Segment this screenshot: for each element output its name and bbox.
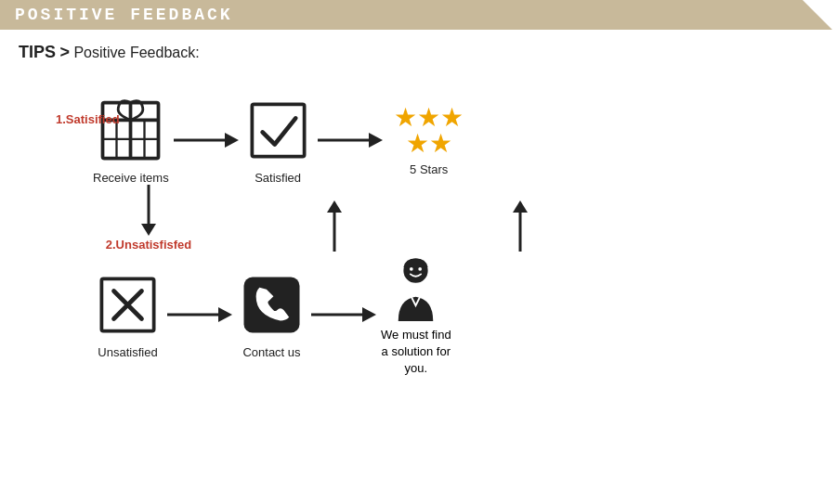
solution-node: We must finda solution foryou. [381, 252, 451, 378]
svg-rect-22 [244, 277, 300, 332]
down-arrow-icon [135, 185, 163, 236]
bottom-row: Unsatisfied Contact us [93, 252, 799, 378]
gift-icon [96, 96, 165, 165]
stars-container: ★ ★ ★ ★ ★ [387, 105, 471, 157]
svg-marker-10 [369, 133, 383, 148]
contact-us-node: Contact us [237, 270, 307, 359]
phone-icon [237, 270, 307, 340]
tips-bold: TIPS [19, 43, 56, 61]
star-1: ★ [394, 105, 417, 131]
right-arrow-icon-2 [318, 126, 383, 154]
person-icon [381, 252, 451, 321]
full-layout: 1.Satisified Recei [0, 68, 836, 387]
star-4: ★ [406, 131, 429, 157]
middle-section: 2.Unsatisfisfed [93, 185, 799, 252]
receive-items-node: Receive items [93, 96, 169, 185]
right-arrow-icon-1 [174, 126, 239, 154]
star-2: ★ [417, 105, 440, 131]
tips-text: Positive Feedback: [73, 45, 199, 60]
star-5: ★ [429, 131, 452, 157]
svg-marker-15 [513, 200, 528, 213]
unsatisfied-node: Unsatisfied [93, 270, 163, 359]
svg-marker-12 [141, 224, 156, 236]
svg-rect-8 [252, 104, 304, 156]
svg-point-26 [410, 267, 413, 271]
contact-us-label: Contact us [242, 345, 300, 359]
header-banner: POSITIVE FEEDBACK [0, 0, 836, 30]
down-arrow-col: 2.Unsatisfisfed [93, 185, 204, 252]
arrow-right-3 [163, 279, 237, 349]
svg-point-27 [419, 267, 423, 271]
star-3: ★ [440, 105, 464, 131]
tips-line: TIPS > Positive Feedback: [0, 30, 836, 68]
arrow-right-2 [313, 106, 387, 175]
top-row: Receive items Satisfied [93, 96, 799, 185]
right-arrow-icon-3 [167, 301, 232, 329]
up-arrow-col-1 [279, 185, 390, 252]
satisfied-node: Satisfied [243, 96, 313, 185]
checkmark-icon [243, 96, 313, 165]
svg-marker-13 [327, 200, 342, 213]
unsatisfied-label-node: Unsatisfied [98, 345, 157, 359]
five-stars-label: 5 Stars [410, 162, 448, 176]
arrow-right-1 [169, 106, 243, 175]
solution-label: We must finda solution foryou. [381, 327, 451, 378]
satisfied-label: 1.Satisified [56, 112, 120, 126]
tips-arrow: > [59, 43, 70, 61]
receive-items-label: Receive items [93, 171, 169, 185]
header-title: POSITIVE FEEDBACK [15, 6, 233, 24]
svg-marker-7 [225, 133, 239, 148]
five-stars-node: ★ ★ ★ ★ ★ 5 Stars [387, 105, 471, 176]
up-arrow-icon-1 [320, 200, 348, 252]
svg-marker-24 [362, 307, 376, 322]
satisfied-label-node: Satisfied [255, 171, 301, 185]
up-arrow-icon-2 [506, 200, 534, 252]
svg-marker-21 [218, 307, 232, 322]
x-box-icon [93, 270, 163, 340]
unsatisfied-label: 2.Unsatisfisfed [106, 238, 191, 252]
arrow-right-4 [307, 279, 381, 349]
up-arrow-col-2 [464, 185, 576, 252]
right-arrow-icon-4 [311, 301, 376, 329]
